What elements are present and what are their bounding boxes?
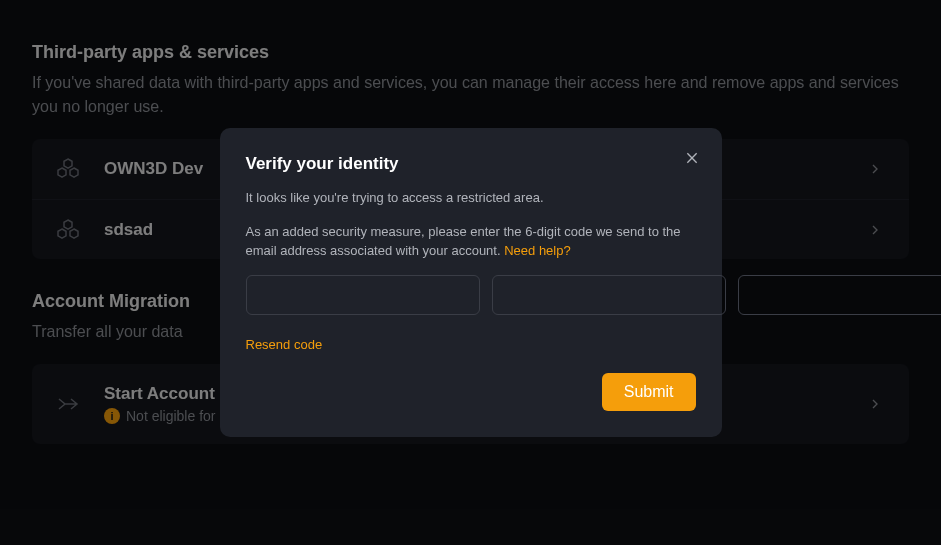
close-icon — [684, 150, 700, 166]
close-button[interactable] — [680, 146, 704, 170]
modal-title: Verify your identity — [246, 154, 696, 174]
otp-input-group — [246, 275, 696, 315]
modal-instruction-text: As an added security measure, please ent… — [246, 222, 696, 261]
modal-intro-text: It looks like you're trying to access a … — [246, 188, 696, 208]
otp-digit-2[interactable] — [492, 275, 726, 315]
submit-button[interactable]: Submit — [602, 373, 696, 411]
verify-identity-modal: Verify your identity It looks like you'r… — [220, 128, 722, 437]
resend-code-link[interactable]: Resend code — [246, 337, 323, 352]
otp-digit-1[interactable] — [246, 275, 480, 315]
otp-digit-3[interactable] — [738, 275, 942, 315]
need-help-link[interactable]: Need help? — [504, 243, 571, 258]
modal-overlay[interactable]: Verify your identity It looks like you'r… — [0, 0, 941, 545]
